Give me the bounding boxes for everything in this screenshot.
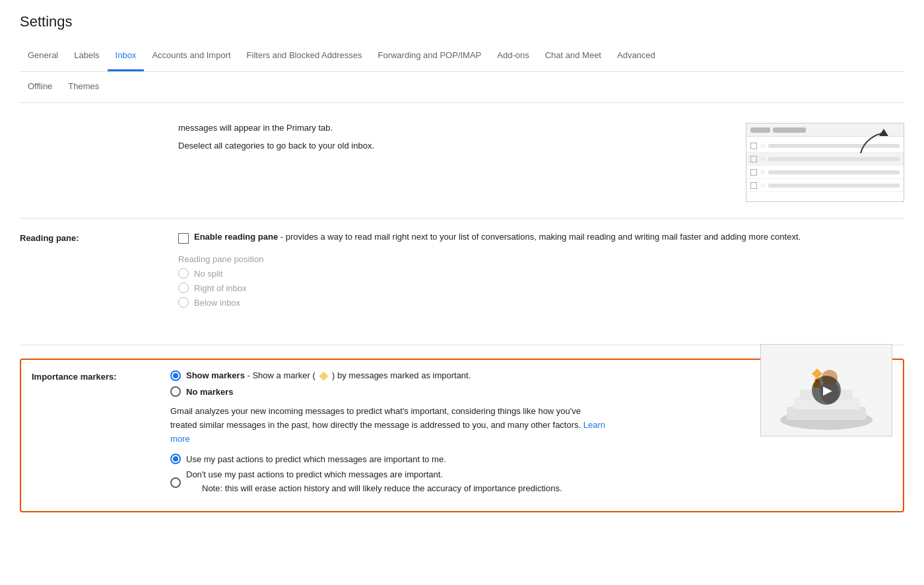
reading-pane-no-split-radio[interactable] bbox=[178, 268, 189, 279]
preview-row-3: ☆ bbox=[746, 166, 904, 179]
show-markers-desc-before: - Show a marker ( bbox=[248, 370, 315, 380]
importance-options: Use my past actions to predict which mes… bbox=[170, 454, 892, 495]
reading-pane-section: Reading pane: Enable reading pane - prov… bbox=[20, 232, 904, 326]
marker-icon bbox=[319, 372, 328, 381]
reading-pane-below-label: Below inbox bbox=[194, 298, 240, 308]
show-markers-desc-after: ) by messages marked as important. bbox=[332, 370, 471, 380]
no-markers-row: No markers bbox=[170, 386, 747, 397]
preview-star-4: ☆ bbox=[760, 182, 766, 189]
reading-pane-right-radio[interactable] bbox=[178, 283, 189, 293]
divider-1 bbox=[20, 218, 904, 219]
page-title: Settings bbox=[20, 13, 904, 30]
tab-advanced[interactable]: Advanced bbox=[609, 41, 663, 71]
importance-desc-text: Gmail analyzes your new incoming message… bbox=[170, 406, 581, 430]
reading-pane-right-label: Right of inbox bbox=[194, 283, 247, 293]
tab-chat[interactable]: Chat and Meet bbox=[537, 41, 609, 71]
tab-accounts[interactable]: Accounts and Import bbox=[144, 41, 238, 71]
preview-checkbox-3 bbox=[750, 169, 757, 176]
dont-use-past-row: Don't use my past actions to predict whi… bbox=[170, 469, 892, 495]
preview-arrow-svg bbox=[851, 127, 890, 160]
reading-pane-no-split[interactable]: No split bbox=[178, 268, 904, 279]
preview-star-3: ☆ bbox=[760, 168, 766, 176]
preview-line-4 bbox=[768, 184, 900, 188]
reading-pane-content: Enable reading pane - provides a way to … bbox=[178, 232, 904, 308]
preview-row-4: ☆ bbox=[746, 179, 904, 192]
enable-reading-pane-checkbox[interactable] bbox=[178, 233, 189, 244]
dont-use-past-content: Don't use my past actions to predict whi… bbox=[186, 469, 562, 495]
preview-checkbox-4 bbox=[750, 182, 757, 189]
use-past-label: Use my past actions to predict which mes… bbox=[186, 454, 446, 464]
play-button-overlay[interactable]: ▶ bbox=[761, 345, 892, 436]
no-markers-radio[interactable] bbox=[170, 386, 181, 397]
preview-star-2: ☆ bbox=[760, 155, 766, 162]
inbox-preview: ☆ ☆ ☆ bbox=[746, 123, 904, 202]
inbox-top-section: ☆ ☆ ☆ bbox=[20, 123, 904, 202]
importance-video[interactable]: ▶ bbox=[760, 344, 892, 436]
inbox-section-content: ☆ ☆ ☆ bbox=[178, 123, 904, 202]
settings-page: Settings General Labels Inbox Accounts a… bbox=[0, 0, 924, 544]
tab-filters[interactable]: Filters and Blocked Addresses bbox=[239, 41, 370, 71]
preview-checkbox-2 bbox=[750, 156, 757, 162]
show-markers-label-text: Show markers - Show a marker ( ) by mess… bbox=[186, 370, 471, 381]
tab-addons[interactable]: Add-ons bbox=[489, 41, 537, 71]
tab-forwarding[interactable]: Forwarding and POP/IMAP bbox=[370, 41, 489, 71]
tab-labels[interactable]: Labels bbox=[66, 41, 107, 71]
no-markers-label: No markers bbox=[186, 387, 234, 397]
importance-note: Note: this will erase action history and… bbox=[202, 482, 562, 495]
importance-markers-content: ▶ Show markers - Show a marker ( ) by me… bbox=[170, 370, 892, 500]
inbox-preview-container: ☆ ☆ ☆ bbox=[730, 123, 904, 202]
reading-pane-no-split-label: No split bbox=[194, 269, 222, 279]
tab-themes[interactable]: Themes bbox=[60, 72, 107, 102]
show-markers-row: Show markers - Show a marker ( ) by mess… bbox=[170, 370, 747, 381]
preview-col2 bbox=[773, 127, 806, 133]
settings-content: ☆ ☆ ☆ bbox=[20, 116, 904, 512]
dont-use-past-label: Don't use my past actions to predict whi… bbox=[186, 469, 562, 479]
importance-markers-section: Importance markers: bbox=[20, 359, 904, 512]
tab-inbox[interactable]: Inbox bbox=[108, 41, 145, 71]
preview-checkbox-1 bbox=[750, 143, 757, 149]
secondary-tabs: Offline Themes bbox=[20, 72, 904, 103]
preview-col1 bbox=[750, 127, 770, 133]
enable-reading-pane-label: Enable reading pane bbox=[194, 232, 278, 242]
reading-pane-options: No split Right of inbox Below inbox bbox=[178, 268, 904, 308]
tab-offline[interactable]: Offline bbox=[20, 72, 60, 102]
play-icon[interactable]: ▶ bbox=[812, 376, 841, 405]
enable-reading-pane-desc: - provides a way to read mail right next… bbox=[280, 232, 801, 242]
use-past-row: Use my past actions to predict which mes… bbox=[170, 454, 892, 464]
svg-marker-0 bbox=[879, 129, 888, 136]
show-markers-strong: Show markers bbox=[186, 370, 245, 380]
reading-pane-below-radio[interactable] bbox=[178, 297, 189, 308]
preview-star-1: ☆ bbox=[760, 142, 766, 149]
primary-tabs: General Labels Inbox Accounts and Import… bbox=[20, 41, 904, 72]
dont-use-past-radio[interactable] bbox=[170, 477, 181, 488]
tab-general[interactable]: General bbox=[20, 41, 66, 71]
reading-pane-position-title: Reading pane position bbox=[178, 254, 904, 264]
reading-pane-enable-row: Enable reading pane - provides a way to … bbox=[178, 232, 904, 244]
reading-pane-below[interactable]: Below inbox bbox=[178, 297, 904, 308]
importance-description: Gmail analyzes your new incoming message… bbox=[170, 405, 606, 446]
inbox-section-spacer bbox=[20, 123, 178, 202]
reading-pane-label: Reading pane: bbox=[20, 232, 178, 308]
show-markers-radio[interactable] bbox=[170, 370, 181, 381]
preview-line-3 bbox=[768, 170, 900, 174]
reading-pane-right[interactable]: Right of inbox bbox=[178, 283, 904, 293]
reading-pane-enable-text: Enable reading pane - provides a way to … bbox=[194, 232, 801, 242]
use-past-radio[interactable] bbox=[170, 454, 181, 464]
importance-markers-label: Importance markers: bbox=[32, 370, 170, 500]
